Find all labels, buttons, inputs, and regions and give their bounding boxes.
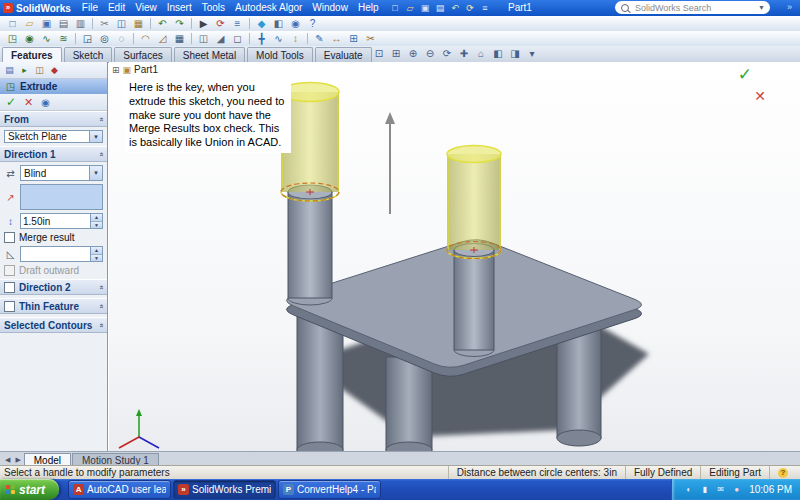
fillet-icon[interactable]: ◠: [138, 32, 153, 45]
revolved-cut-icon[interactable]: ◌: [114, 32, 129, 45]
collapse-chevron-icon[interactable]: «: [96, 323, 105, 327]
group-header-direction2[interactable]: Direction 2 «: [0, 279, 107, 295]
antivirus-icon[interactable]: ●: [731, 483, 742, 496]
spin-down-icon[interactable]: ▼: [91, 255, 102, 262]
print-preview-icon[interactable]: ▥: [73, 17, 88, 30]
curves-icon[interactable]: ∿: [271, 32, 286, 45]
undo-icon[interactable]: ↶: [155, 17, 170, 30]
taskbar-window-autocad[interactable]: A AutoCAD user learni...: [68, 480, 171, 499]
extrude-preview[interactable]: [447, 146, 501, 259]
extruded-boss-icon[interactable]: ◳: [5, 32, 20, 45]
feature-tree-root[interactable]: Part1: [134, 64, 158, 75]
tab-evaluate[interactable]: Evaluate: [315, 47, 372, 62]
tab-features[interactable]: Features: [2, 47, 62, 62]
linear-pattern-icon[interactable]: ▦: [172, 32, 187, 45]
open-icon[interactable]: ▱: [22, 17, 37, 30]
redo-icon[interactable]: ↷: [172, 17, 187, 30]
menu-edit[interactable]: Edit: [103, 0, 130, 16]
rebuild-icon[interactable]: ⟳: [463, 2, 476, 15]
taskbar-window-paint[interactable]: P ConvertHelp4 - Paint: [278, 480, 381, 499]
search-input[interactable]: [633, 2, 753, 14]
draft-feature-icon[interactable]: ◢: [213, 32, 228, 45]
help-icon[interactable]: ?: [305, 17, 320, 30]
undo-icon[interactable]: ↶: [448, 2, 461, 15]
quick-tips-icon[interactable]: ?: [769, 466, 796, 479]
feature-tree-flyout[interactable]: ⊞ ▣ Part1: [112, 64, 158, 75]
depth-value[interactable]: 1.50in: [21, 214, 90, 228]
zoom-fit-icon[interactable]: ⊡: [373, 47, 385, 60]
menu-help[interactable]: Help: [353, 0, 384, 16]
spin-up-icon[interactable]: ▲: [91, 247, 102, 255]
network-icon[interactable]: ▮: [699, 483, 710, 496]
chevron-down-icon[interactable]: ▼: [753, 4, 770, 11]
messenger-icon[interactable]: ✉: [715, 483, 726, 496]
sketch-icon[interactable]: ✎: [312, 32, 327, 45]
tab-sketch[interactable]: Sketch: [64, 47, 113, 62]
collapse-chevron-icon[interactable]: «: [96, 152, 105, 156]
print-icon[interactable]: ▤: [56, 17, 71, 30]
section-view-icon[interactable]: ◨: [509, 47, 521, 60]
chevron-down-icon[interactable]: ▼: [89, 131, 102, 142]
save-icon[interactable]: ▣: [39, 17, 54, 30]
paste-icon[interactable]: ▦: [131, 17, 146, 30]
select-icon[interactable]: ▶: [196, 17, 211, 30]
pan-icon[interactable]: ✚: [458, 47, 470, 60]
extrude-handle[interactable]: [385, 112, 395, 214]
revolved-boss-icon[interactable]: ◉: [22, 32, 37, 45]
reverse-direction-icon[interactable]: ⇄: [4, 168, 17, 179]
depth-spinner[interactable]: 1.50in ▲▼: [20, 213, 103, 229]
group-header-thin-feature[interactable]: Thin Feature «: [0, 298, 107, 314]
view-orientation-icon[interactable]: ▾: [526, 47, 538, 60]
table-leg[interactable]: [386, 357, 432, 452]
tree-expand-icon[interactable]: ⊞: [112, 65, 120, 75]
open-doc-icon[interactable]: ▱: [403, 2, 416, 15]
menu-file[interactable]: File: [77, 0, 103, 16]
new-icon[interactable]: □: [5, 17, 20, 30]
cut-icon[interactable]: ✂: [97, 17, 112, 30]
rebuild-icon[interactable]: ⟳: [213, 17, 228, 30]
featuremanager-tab-icon[interactable]: ▤: [3, 64, 16, 77]
shell-icon[interactable]: ◻: [230, 32, 245, 45]
collapse-chevron-icon[interactable]: «: [96, 117, 105, 121]
volume-icon[interactable]: ◐: [683, 483, 694, 496]
copy-icon[interactable]: ◫: [114, 17, 129, 30]
print-icon[interactable]: ▤: [433, 2, 446, 15]
rotate-view-icon[interactable]: ⟳: [441, 47, 453, 60]
dimxpert-tab-icon[interactable]: ◆: [48, 64, 61, 77]
ok-button[interactable]: ✓: [6, 95, 16, 109]
smart-dimension-icon[interactable]: ↔: [329, 32, 344, 45]
trim-entities-icon[interactable]: ✂: [363, 32, 378, 45]
cancel-x-icon[interactable]: ✕: [754, 88, 766, 104]
boss-cylinder[interactable]: [454, 244, 494, 357]
extruded-cut-icon[interactable]: ◲: [80, 32, 95, 45]
draft-angle-value[interactable]: [21, 247, 90, 261]
checkbox-icon[interactable]: [4, 232, 15, 243]
spin-up-icon[interactable]: ▲: [91, 214, 102, 222]
collapse-chevron-icon[interactable]: «: [96, 285, 105, 289]
start-condition-dropdown[interactable]: Sketch Plane ▼: [4, 130, 103, 143]
draft-angle-spinner[interactable]: ▲▼: [20, 246, 103, 262]
toolbar-overflow-icon[interactable]: »: [787, 2, 792, 12]
tab-sheet-metal[interactable]: Sheet Metal: [174, 47, 245, 62]
cancel-button[interactable]: ✕: [24, 96, 33, 109]
zoom-out-icon[interactable]: ⊖: [424, 47, 436, 60]
chamfer-icon[interactable]: ◿: [155, 32, 170, 45]
merge-result-checkbox[interactable]: Merge result: [4, 232, 103, 243]
file-properties-icon[interactable]: ≡: [230, 17, 245, 30]
zoom-in-icon[interactable]: ⊕: [407, 47, 419, 60]
color-swatch-icon[interactable]: ◆: [254, 17, 269, 30]
zoom-area-icon[interactable]: ⊞: [390, 47, 402, 60]
tab-surfaces[interactable]: Surfaces: [114, 47, 171, 62]
swept-boss-icon[interactable]: ∿: [39, 32, 54, 45]
configurationmanager-tab-icon[interactable]: ◫: [33, 64, 46, 77]
instant3d-icon[interactable]: ↕: [288, 32, 303, 45]
group-header-selected-contours[interactable]: Selected Contours «: [0, 317, 107, 333]
collapse-chevron-icon[interactable]: «: [96, 304, 105, 308]
search-box[interactable]: ▼: [615, 1, 770, 14]
direction2-checkbox[interactable]: [4, 282, 15, 293]
hole-wizard-icon[interactable]: ◎: [97, 32, 112, 45]
new-doc-icon[interactable]: □: [388, 2, 401, 15]
standard-views-icon[interactable]: ⌂: [475, 47, 487, 60]
display-style-icon[interactable]: ◧: [492, 47, 504, 60]
thin-feature-checkbox[interactable]: [4, 301, 15, 312]
